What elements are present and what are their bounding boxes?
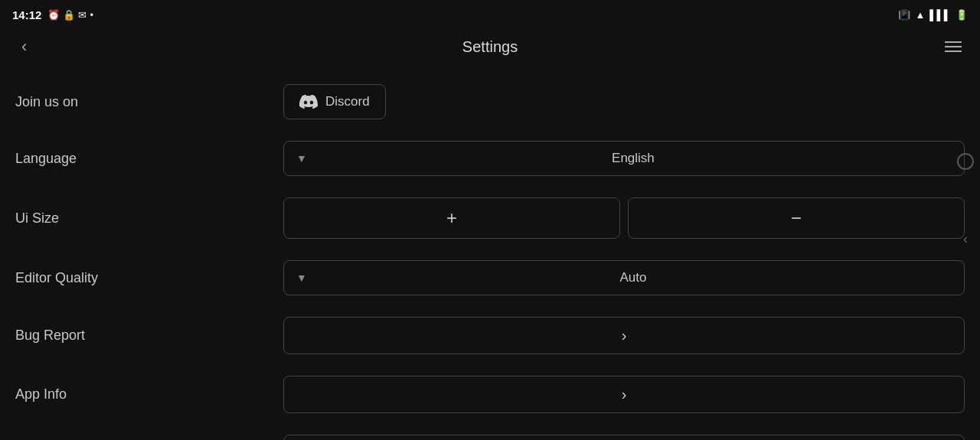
battery-icon: 🔋 xyxy=(956,9,968,21)
control-app-info: › xyxy=(283,376,965,413)
app-info-arrow-icon: › xyxy=(622,386,627,403)
unsubscribe-button[interactable]: Unsubscribe xyxy=(283,435,965,440)
menu-line-2 xyxy=(945,46,962,47)
control-discord: Discord xyxy=(283,84,965,119)
control-user-analytics: Unsubscribe xyxy=(283,435,965,440)
label-app-info: App Info xyxy=(15,386,268,403)
vibrate-icon: 📳 xyxy=(898,9,910,21)
settings-row-bug-report: Bug Report › xyxy=(15,306,965,365)
dot-icon: • xyxy=(90,9,93,21)
ui-size-increase-button[interactable]: + xyxy=(283,197,620,239)
wifi-icon: ▲ xyxy=(915,9,925,21)
label-bug-report: Bug Report xyxy=(15,328,268,344)
settings-row-editor-quality: Editor Quality ▼ Auto xyxy=(15,249,965,306)
discord-icon xyxy=(299,93,318,111)
email-icon: ✉ xyxy=(78,9,87,21)
settings-row-ui-size: Ui Size + − xyxy=(15,187,965,249)
language-select[interactable]: ▼ English xyxy=(283,141,965,176)
side-controls: ‹ xyxy=(957,153,974,247)
ui-size-decrease-button[interactable]: − xyxy=(628,197,965,239)
bug-report-button[interactable]: › xyxy=(283,317,965,354)
fingerprint-icon: 🔒 xyxy=(63,9,75,21)
plus-icon: + xyxy=(446,207,457,229)
editor-quality-value: Auto xyxy=(315,270,952,285)
control-language: ▼ English xyxy=(283,141,965,176)
settings-row-language: Language ▼ English xyxy=(15,130,965,187)
discord-button[interactable]: Discord xyxy=(283,84,386,119)
status-right: 📳 ▲ ▌▌▌ 🔋 xyxy=(898,9,968,21)
settings-row-join-us: Join us on Discord xyxy=(15,73,965,130)
side-circle-button[interactable] xyxy=(957,153,974,170)
alarm-icon: ⏰ xyxy=(47,9,60,21)
side-chevron-left-button[interactable]: ‹ xyxy=(963,231,968,247)
page-title: Settings xyxy=(462,38,518,56)
menu-line-1 xyxy=(945,41,962,43)
label-ui-size: Ui Size xyxy=(15,210,268,227)
back-button[interactable]: ‹ xyxy=(15,34,33,60)
editor-quality-dropdown-arrow: ▼ xyxy=(296,272,307,284)
control-ui-size: + − xyxy=(283,197,965,239)
settings-row-user-analytics: User Analytics Unsubscribe xyxy=(15,424,965,440)
label-editor-quality: Editor Quality xyxy=(15,270,268,286)
size-controls-group: + − xyxy=(283,197,965,239)
header: ‹ Settings xyxy=(0,28,980,66)
language-dropdown-arrow: ▼ xyxy=(296,152,307,165)
status-icons: ⏰ 🔒 ✉ • xyxy=(47,9,93,21)
status-time: 14:12 xyxy=(12,8,41,21)
menu-line-3 xyxy=(945,51,962,52)
signal-icon: ▌▌▌ xyxy=(929,9,951,21)
menu-button[interactable] xyxy=(942,38,965,55)
settings-content: Join us on Discord Language ▼ English xyxy=(0,66,980,440)
control-bug-report: › xyxy=(283,317,965,354)
label-join-us: Join us on xyxy=(15,94,268,110)
language-value: English xyxy=(315,151,952,166)
status-bar: 14:12 ⏰ 🔒 ✉ • 📳 ▲ ▌▌▌ 🔋 xyxy=(0,0,980,28)
label-language: Language xyxy=(15,151,268,167)
bug-report-arrow-icon: › xyxy=(622,327,627,344)
discord-label: Discord xyxy=(325,94,370,109)
editor-quality-select[interactable]: ▼ Auto xyxy=(283,260,965,295)
control-editor-quality: ▼ Auto xyxy=(283,260,965,295)
app-info-button[interactable]: › xyxy=(283,376,965,413)
minus-icon: − xyxy=(791,207,802,229)
status-left: 14:12 ⏰ 🔒 ✉ • xyxy=(12,8,93,21)
settings-row-app-info: App Info › xyxy=(15,365,965,424)
